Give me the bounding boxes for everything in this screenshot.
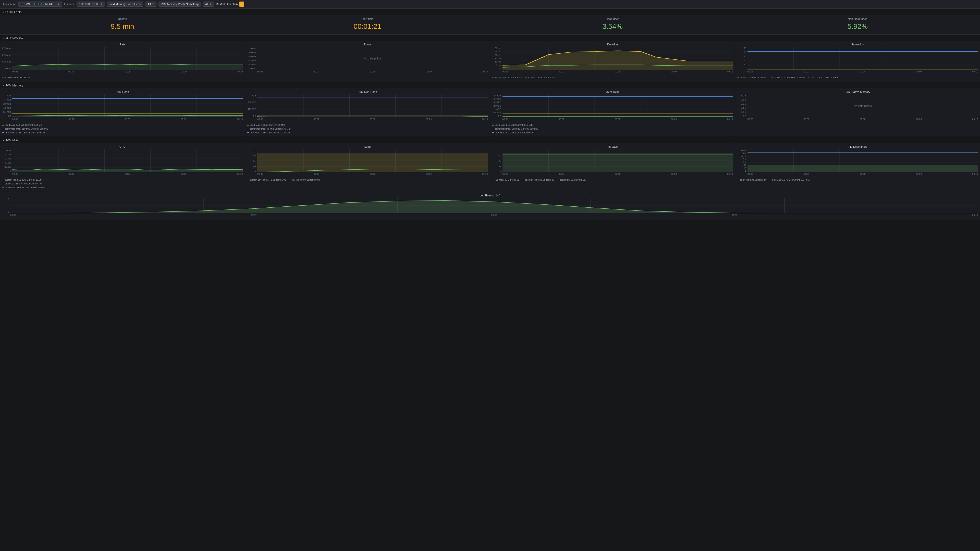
cpu-chart: CPU 100% 80.0% 60.0% 40.0% 20.0% 0 xyxy=(0,143,245,191)
svg-marker-49 xyxy=(257,116,488,118)
chevron-icon: ▾ xyxy=(3,11,4,14)
jvm-native-x-labels: 00:06 00:07 00:08 00:09 00:10 xyxy=(748,118,978,122)
cpu-y-labels: 100% 80.0% 60.0% 40.0% 20.0% 0 xyxy=(2,149,12,172)
fd-chart: File Descriptors 10 Mil 1 Mil 100 K 10 K… xyxy=(735,143,980,191)
rate-x-labels: 00:06 00:07 00:08 00:09 00:10 xyxy=(12,70,243,75)
jvm-native-chart: JVM Native Memory 1.0 B 0.8 B 0.6 B 0.4 … xyxy=(735,88,980,137)
duration-y-labels: 30 ms 25 ms 20 ms 15 ms 10 ms 5 ms 0 ns xyxy=(492,47,502,70)
load-legend: system-1m Max: 1.71 Current: 1.01 cpu Ma… xyxy=(247,178,488,182)
svg-marker-19 xyxy=(503,51,733,70)
threads-chart: Threads 40 30 20 10 0 xyxy=(490,143,735,191)
errors-y-labels: 1.0 ops 0.8 ops 0.6 ops 0.4 ops 0.2 ops … xyxy=(247,47,257,70)
svg-marker-93 xyxy=(503,155,733,172)
rate-chart: Rate 0.15 ops 0.10 ops 0.05 ops 0 ops xyxy=(0,41,245,82)
instance-selector[interactable]: 172.18.0.5:8080 ▼ xyxy=(76,2,105,6)
chevron-icon: ▾ xyxy=(3,37,4,40)
jvm-heap-filter[interactable]: All ▼ xyxy=(145,2,156,6)
duration-svg xyxy=(503,47,733,70)
jvm-nonheap-svg xyxy=(257,94,488,118)
log-events-title: Log Events (1m) xyxy=(2,194,978,197)
jvm-heap-svg xyxy=(12,94,243,118)
rate-svg xyxy=(12,47,243,70)
jvm-nonheap-chart: JVM Non-Heap 1.4 GiB 954 MiB 477 MiB 0 B xyxy=(245,88,490,137)
jvm-native-svg: No data points xyxy=(748,94,978,118)
duration-x-labels: 00:06 00:07 00:08 00:09 00:10 xyxy=(503,70,733,75)
errors-title: Errors xyxy=(247,43,488,46)
threads-title: Threads xyxy=(492,145,733,148)
application-label: Application xyxy=(3,3,16,6)
cpu-chart-area: 100% 80.0% 60.0% 40.0% 20.0% 0 xyxy=(2,149,243,177)
jvm-total-chart: JVM Total 5.6 GiB 4.7 GiB 3.7 GiB 2.8 Gi… xyxy=(490,88,735,137)
chevron-down-icon: ▼ xyxy=(152,3,154,5)
fd-legend: open Max: 34 Current: 34 max Max: 1.049 … xyxy=(737,178,978,182)
restart-detection-button[interactable]: Restart Detection ✓ xyxy=(216,2,244,6)
jvm-nonheap-label: JVM Memory Pools Non-Heap xyxy=(159,2,201,6)
svg-marker-82 xyxy=(257,154,488,172)
svg-marker-72 xyxy=(12,169,243,172)
fd-y-labels: 10 Mil 1 Mil 100 K 10 K 1 K 100 10 1 xyxy=(737,149,747,172)
saturation-y-labels: 250 200 150 100 50 0 xyxy=(737,47,747,70)
topbar: Application PROMETHEUS-DEMO-APP ▼ Instan… xyxy=(0,0,980,8)
errors-x-labels: 00:06 00:07 00:08 00:09 00:10 xyxy=(257,70,488,75)
load-chart: Load 10.0 7.5 5.0 2.5 0 xyxy=(245,143,490,191)
svg-marker-61 xyxy=(503,116,733,118)
duration-chart-area: 30 ms 25 ms 20 ms 15 ms 10 ms 5 ms 0 ns xyxy=(492,47,733,75)
jvm-nonheap-chart-area: 1.4 GiB 954 MiB 477 MiB 0 B xyxy=(247,94,488,122)
load-svg xyxy=(257,149,488,172)
duration-title: Duration xyxy=(492,43,733,46)
jvm-misc-header[interactable]: ▾ JVM Misc xyxy=(0,137,980,143)
quick-facts-grid: Uptime 9.5 min Start time 00:01:21 Heap … xyxy=(0,15,980,34)
svg-marker-106 xyxy=(748,166,978,172)
chevron-down-icon: ▼ xyxy=(57,3,60,5)
nonheap-label: Non-Heap used xyxy=(739,17,976,21)
jvm-heap-chart: JVM Heap 4.7 GiB 3.7 GiB 2.8 GiB 1.9 GiB… xyxy=(0,88,245,137)
log-events-section: Log Events (1m) 2 1 00:06 00:07 00:08 xyxy=(0,192,980,221)
cpu-svg xyxy=(12,149,243,172)
errors-chart: Errors 1.0 ops 0.8 ops 0.6 ops 0.4 ops 0… xyxy=(245,41,490,82)
saturation-legend: TOMCAT - BUSY Current: 1 TOMCAT - CURREN… xyxy=(737,76,978,79)
jvm-misc-grid: CPU 100% 80.0% 60.0% 40.0% 20.0% 0 xyxy=(0,143,980,191)
quick-facts-header[interactable]: ▾ Quick Facts xyxy=(0,8,980,15)
chevron-icon: ▾ xyxy=(3,139,4,142)
saturation-svg xyxy=(748,47,978,70)
jvm-total-x-labels: 00:06 00:07 00:08 00:09 00:10 xyxy=(503,118,733,122)
saturation-chart: Saturation 250 200 150 100 50 0 xyxy=(735,41,980,82)
starttime-card: Start time 00:01:21 xyxy=(245,15,490,34)
jvm-heap-label: JVM Memory Pools Heap xyxy=(107,2,143,6)
chevron-down-icon: ▼ xyxy=(100,3,103,5)
fd-svg xyxy=(748,149,978,172)
jvm-total-title: JVM Total xyxy=(492,90,733,94)
threads-legend: live Max: 32 Current: 32 daemon Max: 30 … xyxy=(492,178,733,182)
restart-icon: ✓ xyxy=(239,2,244,6)
jvm-nonheap-title: JVM Non-Heap xyxy=(247,90,488,94)
threads-chart-area: 40 30 20 10 0 xyxy=(492,149,733,177)
saturation-title: Saturation xyxy=(737,43,978,46)
threads-y-labels: 40 30 20 10 0 xyxy=(492,149,502,172)
duration-legend: HTTP - AVG Current: 5 ms HTTP - MAX Curr… xyxy=(492,76,733,79)
jvm-heap-y-labels: 4.7 GiB 3.7 GiB 2.8 GiB 1.9 GiB 954 MiB … xyxy=(2,94,12,118)
threads-x-labels: 00:06 00:07 00:08 00:09 00:10 xyxy=(503,173,733,177)
jvm-nonheap-filter[interactable]: All ▼ xyxy=(203,2,214,6)
fd-x-labels: 00:06 00:07 00:08 00:09 00:10 xyxy=(748,173,978,177)
uptime-value: 9.5 min xyxy=(4,22,241,30)
load-title: Load xyxy=(247,145,488,148)
app-selector[interactable]: PROMETHEUS-DEMO-APP ▼ xyxy=(18,2,62,6)
errors-svg: No data points xyxy=(257,47,488,70)
jvm-memory-grid: JVM Heap 4.7 GiB 3.7 GiB 2.8 GiB 1.9 GiB… xyxy=(0,88,980,137)
rate-legend: HTTP Current: 0.133 ops xyxy=(2,76,243,79)
heap-used-card: Heap used 3.54% xyxy=(490,15,735,34)
rate-title: Rate xyxy=(2,43,243,46)
load-chart-area: 10.0 7.5 5.0 2.5 0 xyxy=(247,149,488,177)
heap-value: 3.54% xyxy=(494,22,731,30)
fd-chart-area: 10 Mil 1 Mil 100 K 10 K 1 K 100 10 1 xyxy=(737,149,978,177)
svg-marker-8 xyxy=(12,64,243,70)
log-events-chart: 2 1 00:06 00:07 00:08 00:09 00:10 xyxy=(2,198,978,218)
io-overview-header[interactable]: ▾ I/O Overview xyxy=(0,35,980,41)
load-x-labels: 00:06 00:07 00:08 00:09 00:10 xyxy=(257,173,488,177)
instance-label: Instance xyxy=(64,3,75,6)
uptime-card: Uptime 9.5 min xyxy=(0,15,245,34)
start-label: Start time xyxy=(249,17,486,21)
jvm-heap-x-labels: 00:06 00:07 00:08 00:09 00:10 xyxy=(12,118,243,122)
jvm-memory-header[interactable]: ▾ JVM Memory xyxy=(0,82,980,88)
nonheap-value: 5.92% xyxy=(739,22,976,30)
